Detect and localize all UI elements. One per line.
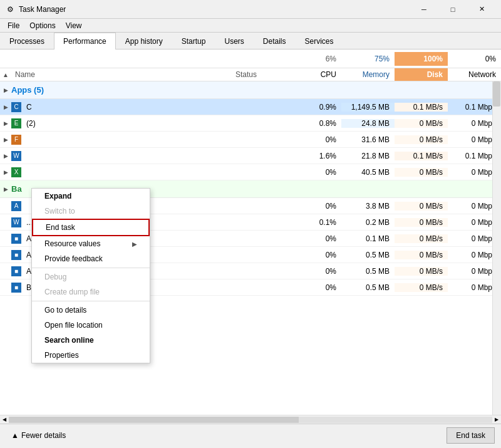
process-memory: 0.5 MB	[341, 283, 395, 292]
process-memory: 21.8 MB	[341, 152, 395, 160]
col-memory-label[interactable]: Memory	[341, 68, 395, 81]
horizontal-scrollbar[interactable]: ◀ ▶	[0, 415, 501, 424]
scrollbar-thumb[interactable]	[493, 81, 500, 107]
process-icon: W	[11, 151, 21, 161]
memory-percent: 75%	[341, 52, 395, 66]
tab-app-history[interactable]: App history	[116, 33, 172, 49]
status-sort-header[interactable]	[232, 56, 288, 61]
process-table: ▶ Apps (5) ▶ C C 0.9% 1,149.5 MB 0.1 MB/…	[0, 81, 501, 415]
process-icon: ■	[11, 266, 21, 276]
apps-expand-chevron[interactable]: ▶	[0, 87, 11, 93]
col-disk-label[interactable]: Disk	[395, 68, 448, 81]
process-disk: 0.1 MB/s	[395, 152, 448, 160]
scroll-left-button[interactable]: ◀	[0, 415, 9, 424]
process-disk: 0 MB/s	[395, 251, 448, 259]
process-disk: 0 MB/s	[395, 283, 448, 292]
disk-percent: 100%	[395, 52, 448, 66]
ctx-debug: Debug	[32, 269, 150, 284]
status-left: ▲ Fewer details	[6, 429, 447, 442]
network-percent: 0%	[448, 52, 501, 66]
row-expand-chevron[interactable]: ▶	[0, 120, 11, 127]
row-expand-chevron[interactable]: ▶	[0, 153, 11, 159]
process-memory: 0.1 MB	[341, 234, 395, 243]
process-icon: X	[11, 167, 21, 177]
menu-options[interactable]: Options	[24, 20, 60, 31]
menu-bar: File Options View	[0, 19, 501, 33]
minimize-button[interactable]: ─	[410, 0, 438, 19]
col-network-label[interactable]: Network	[448, 68, 501, 81]
process-icon: E	[11, 118, 21, 128]
process-memory: 0.5 MB	[341, 267, 395, 276]
table-row[interactable]: ▶ X 0% 40.5 MB 0 MB/s 0 Mbps	[0, 164, 501, 180]
background-group-title: Ba	[11, 183, 22, 195]
process-memory: 3.8 MB	[341, 202, 395, 211]
process-disk: 0 MB/s	[395, 234, 448, 243]
process-disk: 0 MB/s	[395, 168, 448, 177]
ctx-go-to-details[interactable]: Go to details	[32, 303, 150, 318]
ctx-end-task[interactable]: End task	[32, 219, 150, 236]
ctx-divider-2	[32, 301, 150, 301]
scrollbar-x-thumb[interactable]	[9, 417, 299, 423]
context-menu: Expand Switch to End task Resource value…	[31, 188, 150, 363]
ctx-switch-to: Switch to	[32, 204, 150, 219]
process-disk: 0 MB/s	[395, 202, 448, 211]
ctx-expand[interactable]: Expand	[32, 189, 150, 204]
process-disk: 0 MB/s	[395, 218, 448, 227]
bg-expand-chevron[interactable]: ▶	[0, 186, 11, 192]
scrollbar-x-track[interactable]	[9, 417, 492, 423]
apps-group-title: Apps (5)	[11, 84, 44, 96]
ctx-search-online[interactable]: Search online	[32, 333, 150, 348]
row-expand-chevron[interactable]: ▶	[0, 137, 11, 143]
process-cpu: 0%	[288, 251, 341, 259]
column-label-row: ▲ Name Status CPU Memory Disk Network	[0, 68, 501, 81]
process-cpu: 0.9%	[288, 103, 341, 112]
process-icon: ■	[11, 250, 21, 260]
fewer-details-button[interactable]: ▲ Fewer details	[6, 429, 71, 442]
process-icon: F	[11, 135, 21, 145]
table-row[interactable]: ▶ C C 0.9% 1,149.5 MB 0.1 MB/s 0.1 Mbps	[0, 99, 501, 115]
tab-details[interactable]: Details	[254, 33, 296, 49]
tab-users[interactable]: Users	[215, 33, 253, 49]
col-name-label[interactable]: Name	[11, 68, 232, 81]
process-name: C	[24, 103, 232, 112]
process-cpu: 1.6%	[288, 152, 341, 160]
table-row[interactable]: ▶ E (2) 0.8% 24.8 MB 0 MB/s 0 Mbps	[0, 115, 501, 132]
table-row[interactable]: ▶ F 0% 31.6 MB 0 MB/s 0 Mbps	[0, 132, 501, 148]
process-disk: 0 MB/s	[395, 267, 448, 276]
menu-file[interactable]: File	[3, 20, 24, 31]
process-icon: ■	[11, 283, 21, 293]
window-title: Task Manager	[19, 5, 410, 14]
process-cpu: 0%	[288, 234, 341, 243]
ctx-resource-values[interactable]: Resource values ▶	[32, 236, 150, 251]
tab-services[interactable]: Services	[296, 33, 343, 49]
window-controls: ─ □ ✕	[410, 0, 496, 19]
ctx-provide-feedback[interactable]: Provide feedback	[32, 251, 150, 266]
process-cpu: 0%	[288, 202, 341, 211]
maximize-button[interactable]: □	[438, 0, 467, 19]
process-disk: 0 MB/s	[395, 135, 448, 144]
col-status-label[interactable]: Status	[232, 68, 288, 81]
tab-performance[interactable]: Performance	[54, 33, 116, 49]
process-icon: C	[11, 102, 21, 112]
tab-processes[interactable]: Processes	[0, 33, 54, 49]
tab-startup[interactable]: Startup	[172, 33, 215, 49]
scroll-right-button[interactable]: ▶	[492, 415, 501, 424]
table-row[interactable]: ▶ W 1.6% 21.8 MB 0.1 MB/s 0.1 Mbps	[0, 148, 501, 164]
name-sort-header[interactable]	[11, 56, 232, 61]
process-icon: A	[11, 201, 21, 211]
col-cpu-label[interactable]: CPU	[288, 68, 341, 81]
process-cpu: 0.1%	[288, 218, 341, 227]
end-task-button[interactable]: End task	[447, 427, 495, 444]
ctx-properties[interactable]: Properties	[32, 348, 150, 363]
title-bar: ⚙ Task Manager ─ □ ✕	[0, 0, 501, 19]
vertical-scrollbar[interactable]	[492, 81, 501, 415]
row-expand-chevron[interactable]: ▶	[0, 169, 11, 175]
ctx-create-dump: Create dump file	[32, 284, 150, 300]
submenu-arrow: ▶	[132, 241, 137, 247]
ctx-open-file-location[interactable]: Open file location	[32, 318, 150, 333]
row-expand-chevron[interactable]: ▶	[0, 104, 11, 110]
tab-bar: Processes Performance App history Startu…	[0, 33, 501, 49]
menu-view[interactable]: View	[61, 20, 87, 31]
process-icon: ■	[11, 234, 21, 244]
close-button[interactable]: ✕	[467, 0, 496, 19]
